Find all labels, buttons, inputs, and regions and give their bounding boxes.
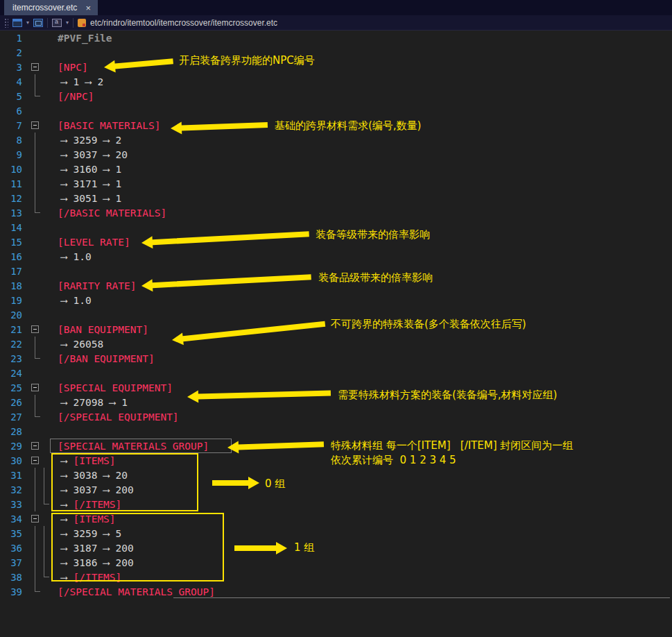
fold-marker-icon[interactable]	[31, 118, 40, 133]
code-line-39[interactable]: 39[/SPECIAL MATERIALS GROUP]	[0, 584, 672, 599]
code-tag: [/SPECIAL MATERIALS GROUP]	[58, 586, 215, 597]
code-line-19[interactable]: 19⟶ 1.0	[0, 293, 672, 307]
line-number: 15	[0, 237, 31, 248]
code-text: ⟶ [/ITEMS]	[49, 572, 121, 583]
code-tag: [/ITEMS]	[73, 572, 121, 583]
fold-marker-icon[interactable]	[31, 439, 40, 453]
fold-guide	[31, 570, 40, 584]
fold-marker-icon[interactable]	[31, 322, 40, 337]
fold-guide	[40, 511, 49, 526]
fold-guide	[31, 541, 40, 555]
fold-marker-icon[interactable]	[31, 60, 40, 74]
fold-guide	[40, 584, 49, 599]
code-tag: [/SPECIAL EQUIPMENT]	[58, 411, 179, 423]
toolbar-grip-handle[interactable]	[4, 18, 8, 28]
code-text: ⟶ 1.0	[49, 251, 92, 262]
code-text: ⟶ 27098 ⟶ 1	[49, 397, 128, 408]
code-line-24[interactable]: 24	[0, 366, 672, 380]
code-tag: [ITEMS]	[73, 455, 115, 466]
fold-guide	[31, 235, 40, 249]
code-line-38[interactable]: 38⟶ [/ITEMS]	[0, 570, 672, 584]
code-line-27[interactable]: 27[/SPECIAL EQUIPMENT]	[0, 409, 672, 424]
code-text: ⟶ 3186 ⟶ 200	[49, 557, 134, 568]
code-line-18[interactable]: 18[RARITY RATE]	[0, 278, 672, 293]
line-number: 4	[0, 76, 31, 87]
code-line-4[interactable]: 4⟶ 1 ⟶ 2	[0, 74, 672, 89]
panel-icon[interactable]	[12, 19, 22, 27]
code-line-14[interactable]: 14	[0, 220, 672, 235]
fold-guide	[31, 74, 40, 89]
code-line-23[interactable]: 23[/BAN EQUIPMENT]	[0, 351, 672, 366]
code-line-3[interactable]: 3[NPC]	[0, 60, 672, 74]
code-tag: [SPECIAL EQUIPMENT]	[58, 382, 173, 393]
fold-guide	[40, 526, 49, 541]
fold-guide	[40, 118, 49, 133]
chevron-down-icon[interactable]: ▾	[66, 19, 69, 26]
line-number: 14	[0, 222, 31, 233]
chevron-down-icon[interactable]: ▾	[26, 19, 29, 26]
code-line-37[interactable]: 37⟶ 3186 ⟶ 200	[0, 555, 672, 570]
fold-guide	[31, 424, 40, 439]
fold-guide	[31, 89, 40, 103]
code-line-31[interactable]: 31⟶ 3038 ⟶ 20	[0, 468, 672, 482]
line-number: 21	[0, 324, 31, 335]
line-number: 8	[0, 135, 31, 146]
line-number: 16	[0, 251, 31, 262]
fold-marker-icon[interactable]	[31, 511, 40, 526]
fold-marker-icon[interactable]	[31, 380, 40, 395]
code-line-2[interactable]: 2	[0, 45, 672, 60]
fold-guide	[31, 45, 40, 60]
code-line-10[interactable]: 10⟶ 3160 ⟶ 1	[0, 162, 672, 176]
code-line-36[interactable]: 36⟶ 3187 ⟶ 200	[0, 541, 672, 555]
fold-guide	[31, 351, 40, 366]
code-segment: ⟶ 3037 ⟶ 200	[61, 484, 134, 495]
code-line-1[interactable]: 1#PVF_File	[0, 31, 672, 45]
code-tag: [LEVEL RATE]	[58, 237, 130, 248]
code-text: #PVF_File	[49, 33, 112, 44]
fold-guide	[40, 409, 49, 424]
code-line-35[interactable]: 35⟶ 3259 ⟶ 5	[0, 526, 672, 541]
code-line-33[interactable]: 33⟶ [/ITEMS]	[0, 497, 672, 511]
code-line-21[interactable]: 21[BAN EQUIPMENT]	[0, 322, 672, 337]
code-tag: [/BASIC MATERIALS]	[58, 207, 166, 219]
code-line-12[interactable]: 12⟶ 3051 ⟶ 1	[0, 191, 672, 205]
compare-icon[interactable]	[52, 19, 62, 27]
code-line-17[interactable]: 17	[0, 264, 672, 278]
code-line-6[interactable]: 6	[0, 103, 672, 118]
fold-marker-icon[interactable]	[31, 453, 40, 468]
code-line-16[interactable]: 16⟶ 1.0	[0, 249, 672, 264]
code-line-34[interactable]: 34⟶ [ITEMS]	[0, 511, 672, 526]
code-line-5[interactable]: 5[/NPC]	[0, 89, 672, 103]
code-line-30[interactable]: 30⟶ [ITEMS]	[0, 453, 672, 468]
code-line-20[interactable]: 20	[0, 307, 672, 322]
code-line-11[interactable]: 11⟶ 3171 ⟶ 1	[0, 176, 672, 191]
fold-guide	[40, 337, 49, 351]
code-line-28[interactable]: 28	[0, 424, 672, 439]
fold-guide	[31, 162, 40, 176]
window-copy-icon[interactable]	[33, 19, 43, 27]
code-line-7[interactable]: 7[BASIC MATERIALS]	[0, 118, 672, 133]
line-number: 26	[0, 397, 31, 408]
tab-itemcrossover[interactable]: itemcrossover.etc ×	[4, 0, 98, 15]
code-line-15[interactable]: 15[LEVEL RATE]	[0, 235, 672, 249]
code-line-9[interactable]: 9⟶ 3037 ⟶ 20	[0, 147, 672, 162]
code-text: [/SPECIAL MATERIALS GROUP]	[49, 586, 215, 597]
etc-file-icon	[78, 19, 86, 27]
code-line-22[interactable]: 22⟶ 26058	[0, 337, 672, 351]
code-tag: [/ITEMS]	[73, 499, 121, 510]
code-segment: ⟶ 3259 ⟶ 2	[61, 135, 121, 146]
code-line-8[interactable]: 8⟶ 3259 ⟶ 2	[0, 133, 672, 147]
fold-guide	[40, 103, 49, 118]
code-line-32[interactable]: 32⟶ 3037 ⟶ 200	[0, 482, 672, 497]
code-text: ⟶ 3051 ⟶ 1	[49, 193, 121, 204]
code-line-25[interactable]: 25[SPECIAL EQUIPMENT]	[0, 380, 672, 395]
fold-guide	[31, 133, 40, 147]
tab-close-icon[interactable]: ×	[85, 3, 91, 12]
code-line-26[interactable]: 26⟶ 27098 ⟶ 1	[0, 395, 672, 409]
fold-guide	[40, 541, 49, 555]
code-line-29[interactable]: 29[SPECIAL MATERIALS GROUP]	[0, 439, 672, 453]
line-number: 6	[0, 105, 31, 117]
code-text: ⟶ 3037 ⟶ 20	[49, 149, 128, 160]
code-line-13[interactable]: 13[/BASIC MATERIALS]	[0, 205, 672, 220]
code-area[interactable]: 1#PVF_File23[NPC]4⟶ 1 ⟶ 25[/NPC]67[BASIC…	[0, 31, 672, 637]
